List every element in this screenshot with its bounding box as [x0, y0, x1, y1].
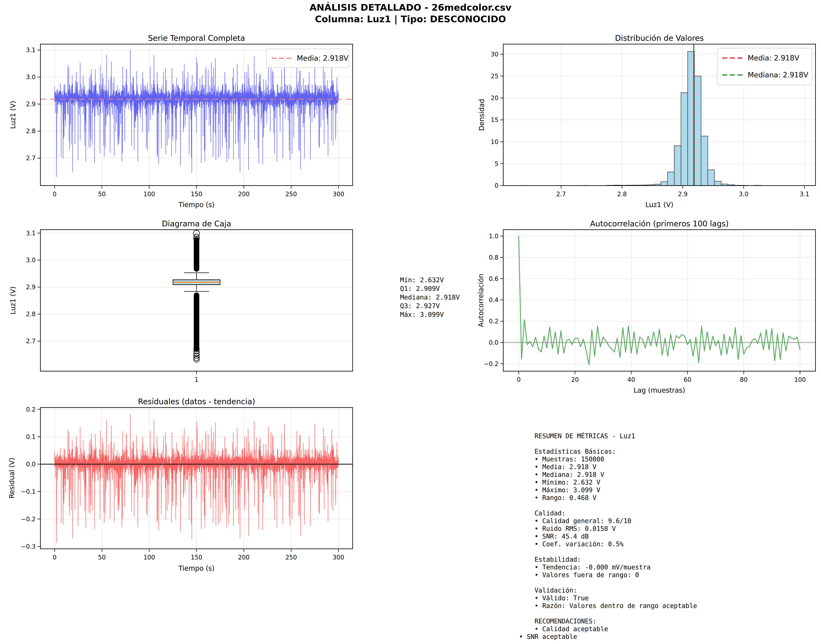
svg-text:100: 100: [144, 190, 155, 198]
svg-text:250: 250: [285, 554, 297, 561]
svg-text:−0.1: −0.1: [21, 488, 36, 495]
svg-text:250: 250: [285, 190, 297, 198]
svg-text:50: 50: [98, 554, 106, 561]
svg-text:100: 100: [144, 554, 155, 561]
svg-text:5: 5: [495, 160, 498, 167]
svg-text:300: 300: [332, 554, 344, 561]
histogram-title: Distribución de Valores: [503, 34, 815, 43]
timeseries-xaxis-label: Tiempo (s): [40, 201, 353, 209]
svg-text:40: 40: [627, 376, 635, 383]
svg-text:−0.2: −0.2: [484, 360, 498, 368]
svg-text:3.1: 3.1: [800, 190, 809, 198]
boxplot-yaxis-label: Luz1 (V): [9, 287, 17, 314]
svg-text:0.6: 0.6: [489, 275, 498, 282]
svg-text:30: 30: [491, 51, 498, 58]
svg-text:1: 1: [195, 376, 199, 383]
svg-text:2.9: 2.9: [26, 284, 36, 291]
svg-text:3.0: 3.0: [739, 190, 749, 198]
svg-text:2.8: 2.8: [617, 190, 626, 198]
svg-text:2.9: 2.9: [678, 190, 688, 198]
metrics-summary-text: RESUMEN DE MÉTRICAS - Luz1 Estadísticas …: [519, 432, 697, 641]
svg-text:3.1: 3.1: [26, 230, 36, 237]
svg-text:100: 100: [794, 376, 806, 383]
svg-text:200: 200: [238, 190, 250, 198]
svg-text:2.8: 2.8: [26, 127, 36, 135]
svg-text:3.0: 3.0: [26, 256, 36, 264]
histogram-xaxis-label: Luz1 (V): [503, 201, 815, 209]
residuals-xaxis-label: Tiempo (s): [40, 564, 353, 572]
svg-text:−0.3: −0.3: [21, 543, 36, 550]
boxplot-stats-annotation: Mín: 2.632V Q1: 2.909V Mediana: 2.918V Q…: [400, 276, 460, 319]
svg-text:25: 25: [491, 72, 498, 80]
svg-text:0: 0: [517, 376, 521, 383]
timeseries-title: Serie Temporal Completa: [40, 34, 353, 43]
autocorr-yaxis-label: Autocorrelación: [477, 274, 485, 327]
svg-text:Media: 2.918V: Media: 2.918V: [748, 54, 800, 62]
histogram-yaxis-label: Densidad: [478, 99, 486, 131]
svg-text:−0.2: −0.2: [21, 515, 36, 523]
svg-text:2.8: 2.8: [26, 311, 36, 318]
boxplot-title: Diagrama de Caja: [40, 219, 353, 228]
svg-text:80: 80: [740, 376, 747, 383]
svg-text:10: 10: [491, 138, 498, 146]
svg-text:0.8: 0.8: [489, 254, 498, 261]
svg-text:2.7: 2.7: [26, 155, 36, 162]
svg-text:0: 0: [53, 554, 57, 561]
svg-text:0.0: 0.0: [26, 461, 36, 468]
svg-text:50: 50: [98, 190, 106, 198]
svg-text:2.9: 2.9: [26, 101, 36, 108]
svg-text:2.7: 2.7: [26, 337, 36, 345]
svg-text:20: 20: [571, 376, 579, 383]
svg-text:0.2: 0.2: [489, 318, 498, 325]
svg-text:0: 0: [495, 182, 498, 189]
svg-text:60: 60: [684, 376, 691, 383]
residuals-title: Residuales (datos - tendencia): [40, 397, 353, 406]
residuals-yaxis-label: Residual (V): [8, 458, 16, 498]
timeseries-yaxis-label: Luz1 (V): [9, 101, 17, 129]
svg-text:0.1: 0.1: [26, 433, 36, 440]
svg-text:0.2: 0.2: [26, 406, 36, 413]
svg-text:Mediana: 2.918V: Mediana: 2.918V: [748, 71, 808, 79]
autocorr-title: Autocorrelación (primeros 100 lags): [503, 219, 815, 228]
svg-text:1.0: 1.0: [489, 233, 498, 240]
svg-text:3.0: 3.0: [26, 74, 36, 81]
svg-text:2.7: 2.7: [556, 190, 566, 198]
svg-text:Media: 2.918V: Media: 2.918V: [297, 54, 348, 62]
svg-text:0: 0: [53, 190, 57, 198]
svg-text:200: 200: [238, 554, 250, 561]
svg-text:300: 300: [332, 190, 344, 198]
plots-canvas: 0501001502002503002.72.82.93.03.1Media: …: [0, 0, 821, 644]
svg-text:0.0: 0.0: [489, 339, 498, 346]
svg-text:150: 150: [191, 190, 202, 198]
svg-text:20: 20: [491, 94, 498, 101]
svg-text:0.4: 0.4: [489, 296, 498, 304]
svg-text:150: 150: [191, 554, 202, 561]
autocorr-xaxis-label: Lag (muestras): [503, 386, 815, 394]
svg-text:15: 15: [491, 116, 498, 123]
svg-text:3.1: 3.1: [26, 46, 36, 54]
